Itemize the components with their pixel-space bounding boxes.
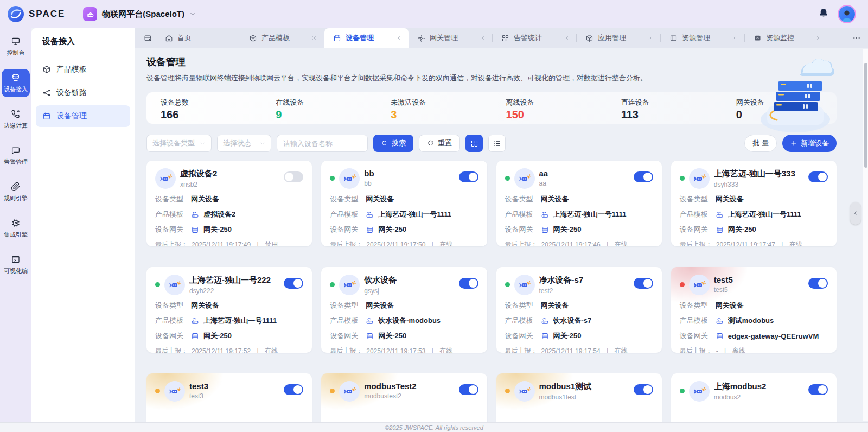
tab-resource-monitor[interactable]: 资源监控 [745, 28, 829, 48]
router-icon [716, 211, 724, 219]
status-dot [155, 282, 160, 287]
product-template-row: 产品模板 上海艺迈-独山一号1111 [330, 209, 478, 219]
close-icon[interactable] [646, 33, 655, 43]
device-enable-toggle[interactable] [634, 171, 653, 182]
toggle-knob [643, 173, 652, 181]
device-card[interactable]: 上海艺迈-独山一号222 dsyh222 设备类型 网关设备 产品模板 上海艺迈… [146, 267, 312, 353]
page-footer: ©2025 JWSPACE. All rights reserved [0, 422, 868, 432]
device-code: aa [539, 180, 629, 187]
panel-collapse-handle[interactable] [850, 202, 861, 225]
device-avatar-icon [339, 381, 360, 402]
device-enable-toggle[interactable] [634, 278, 653, 289]
device-card[interactable]: 上海艺迈-独山一号333 dsyh333 设备类型 网关设备 产品模板 上海艺迈… [671, 161, 837, 246]
close-icon[interactable] [814, 33, 824, 43]
sidebar-item-edge-computing[interactable]: 边缘计算 [2, 105, 30, 134]
device-card[interactable]: test3 test3 设备类型 产品模板 设备网关 最后上 [146, 373, 312, 422]
device-enable-toggle[interactable] [459, 278, 478, 289]
cube-icon [249, 34, 257, 42]
last-report-label: 最后上报： [505, 346, 538, 353]
device-enable-toggle[interactable] [634, 384, 653, 395]
device-enable-toggle[interactable] [284, 278, 303, 289]
grid-view-toggle[interactable] [465, 135, 483, 152]
device-enable-toggle[interactable] [459, 384, 478, 395]
device-enable-toggle[interactable] [808, 171, 828, 182]
last-report-time: 2025/12/11 19:17:53 [366, 347, 425, 353]
close-icon[interactable] [730, 33, 739, 43]
tab-resource-management[interactable]: 资源管理 [661, 28, 745, 48]
device-code: dsyh333 [714, 181, 804, 188]
device-name: modbusTest2 [364, 382, 454, 391]
workspace-icon [83, 7, 97, 21]
tab-alarm-stats[interactable]: 告警统计 [493, 28, 577, 48]
device-card[interactable]: 虚拟设备2 xnsb2 设备类型 网关设备 产品模板 虚拟设备2 设备网关 网关… [146, 161, 312, 246]
device-card[interactable]: 上海modbus2 modbus2 设备类型 产品模板 设备网关 [671, 373, 837, 422]
gateway-server-icon [191, 226, 199, 234]
footer-divider: ｜ [254, 240, 261, 246]
home-icon [165, 34, 173, 42]
device-name: 饮水设备 [364, 275, 454, 285]
device-name: 上海艺迈-独山一号222 [189, 275, 279, 285]
sidebar-item-rule-engine[interactable]: 规则引擎 [2, 178, 30, 206]
sidebar-item-visual-editor[interactable]: 可视化编 [2, 251, 30, 279]
rules-icon [11, 182, 21, 192]
device-name: test5 [714, 275, 804, 284]
device-card[interactable]: bb bb 设备类型 网关设备 产品模板 上海艺迈-独山一号1111 设备网关 … [321, 161, 487, 246]
menu-device-management[interactable]: 设备管理 [36, 105, 130, 127]
chevron-down-icon [200, 141, 206, 147]
device-enable-toggle[interactable] [808, 384, 828, 395]
tab-device-management[interactable]: 设备管理 [324, 28, 409, 48]
notification-bell-icon[interactable] [818, 8, 829, 21]
close-icon[interactable] [393, 33, 403, 43]
device-enable-toggle[interactable] [459, 171, 478, 182]
device-enable-toggle[interactable] [808, 278, 828, 289]
status-dot [680, 176, 685, 181]
sidebar-item-alarm-management[interactable]: 告警管理 [2, 142, 30, 170]
status-select[interactable]: 选择状态 [217, 135, 271, 152]
sidebar-item-console[interactable]: 控制台 [2, 33, 30, 61]
filter-bar: 选择设备类型 选择状态 搜索 [146, 135, 837, 152]
stats-bar: 设备总数166 在线设备9 未激活设备3 离线设备150 直连设备113 网关设… [146, 92, 837, 124]
device-enable-toggle[interactable] [284, 384, 303, 395]
batch-button[interactable]: 批 量 [744, 135, 777, 152]
content-area: 设备管理 设备管理将海量物联网终端连接到物联网云平台，实现设备和平台之间数据采集… [135, 48, 868, 422]
device-card[interactable]: test5 test5 设备类型 网关设备 产品模板 测试modobus 设备网… [671, 267, 837, 353]
cube-icon [42, 65, 51, 74]
user-avatar[interactable] [839, 6, 855, 22]
device-type-row: 设备类型 网关设备 [680, 301, 828, 310]
tab-product-template[interactable]: 产品模板 [240, 28, 324, 48]
device-card[interactable]: modbus1测试 modbus1test 设备类型 产品模板 设备网关 [496, 373, 662, 422]
menu-product-template[interactable]: 产品模板 [36, 59, 130, 80]
device-enable-toggle[interactable] [284, 171, 303, 182]
list-view-toggle[interactable] [488, 135, 506, 152]
reset-button[interactable]: 重置 [419, 135, 460, 152]
plus-icon [790, 139, 797, 147]
tab-home[interactable]: 首页 [156, 28, 240, 48]
search-button[interactable]: 搜索 [373, 135, 413, 152]
workspace-selector[interactable]: 物联网平台(SpaceIoT) [83, 7, 196, 21]
device-card[interactable]: aa aa 设备类型 网关设备 产品模板 上海艺迈-独山一号1111 设备网关 … [496, 161, 662, 246]
close-icon[interactable] [477, 33, 487, 43]
collapse-tabs-icon[interactable] [139, 28, 156, 48]
gateway-server-icon [366, 226, 374, 234]
more-tabs-icon[interactable] [845, 28, 868, 48]
device-card[interactable]: modbusTest2 modbustest2 设备类型 产品模板 设备网关 [321, 373, 487, 422]
toggle-knob [643, 279, 652, 288]
close-icon[interactable] [309, 33, 319, 43]
router-icon [541, 211, 549, 219]
sidebar-item-integration-engine[interactable]: 集成引擎 [2, 214, 30, 243]
device-card[interactable]: 饮水设备 gsysj 设备类型 网关设备 产品模板 饮水设备-modobus 设… [321, 267, 487, 353]
device-name-input[interactable] [277, 135, 368, 152]
sidebar-item-device-access[interactable]: 设备接入 [2, 69, 30, 97]
close-icon[interactable] [561, 33, 571, 43]
device-type-select[interactable]: 选择设备类型 [146, 135, 212, 152]
device-card[interactable]: 净水设备-s7 test2 设备类型 网关设备 产品模板 饮水设备-s7 设备网… [496, 267, 662, 353]
last-report-time: 2025/12/11 19:17:50 [366, 241, 425, 247]
tab-app-management[interactable]: 应用管理 [577, 28, 661, 48]
add-device-button[interactable]: 新增设备 [782, 135, 837, 152]
scrollbar-track[interactable] [863, 49, 868, 421]
tab-gateway-management[interactable]: 网关管理 [409, 28, 493, 48]
status-dot [155, 389, 160, 393]
scrollbar-thumb[interactable] [864, 63, 867, 168]
stats-grid-icon [501, 34, 509, 42]
menu-device-link[interactable]: 设备链路 [36, 82, 130, 104]
